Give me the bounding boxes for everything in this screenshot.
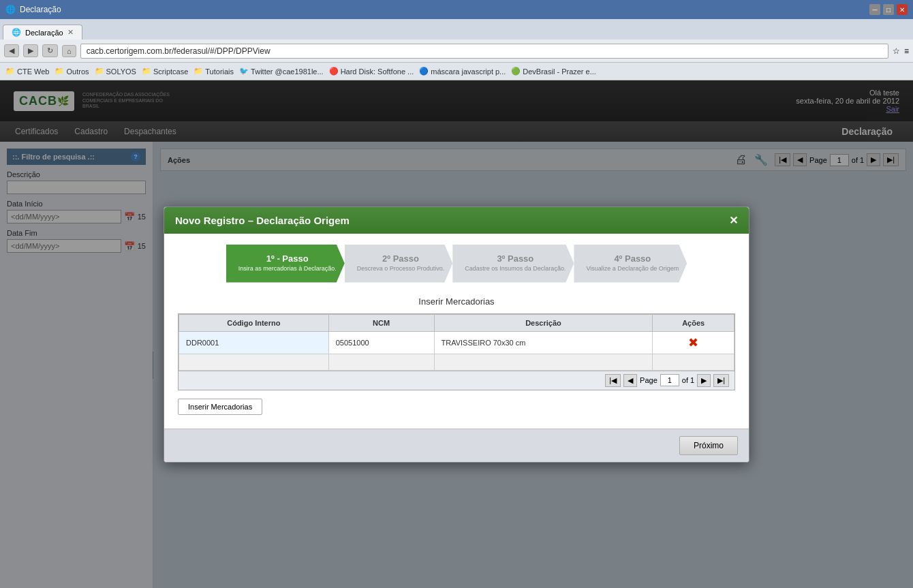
tab-favicon: 🌐	[12, 28, 21, 37]
step-1: 1º - Passo Insira as mercadorias à Decla…	[226, 245, 345, 283]
step-4-number: 4º Passo	[614, 253, 651, 264]
bookmark-outros[interactable]: 📁 Outros	[55, 67, 89, 76]
bookmark-solyos[interactable]: 📁 SOLYOS	[95, 67, 136, 76]
step-3-subtitle: Cadastre os Insumos da Declaração.	[465, 265, 566, 273]
step-1-shape[interactable]: 1º - Passo Insira as mercadorias à Decla…	[226, 245, 345, 283]
minimize-button[interactable]: ─	[869, 4, 880, 15]
bookmark-cte-web[interactable]: 📁 CTE Web	[5, 67, 49, 76]
tab-close-icon[interactable]: ✕	[67, 28, 74, 37]
maximize-button[interactable]: □	[883, 4, 894, 15]
col-codigo: Código Interno	[179, 314, 329, 331]
step-2: 2º Passo Descreva o Processo Produtivo.	[345, 245, 453, 283]
row-ncm: 05051000	[328, 331, 434, 354]
reload-button[interactable]: ↻	[42, 44, 58, 57]
modal-title: Novo Registro – Declaração Origem	[175, 215, 350, 226]
step-3-shape[interactable]: 3º Passo Cadastre os Insumos da Declaraç…	[452, 245, 574, 283]
step-1-number: 1º - Passo	[266, 253, 309, 264]
tbl-last-button[interactable]: ▶|	[713, 374, 729, 387]
step-2-number: 2º Passo	[382, 253, 419, 264]
col-acoes: Ações	[653, 314, 734, 331]
empty-row	[179, 354, 734, 370]
delete-row-button[interactable]: ✖	[660, 335, 727, 350]
insert-mercadorias-button[interactable]: Inserir Mercadorias	[178, 399, 262, 415]
step-2-subtitle: Descreva o Processo Produtivo.	[357, 265, 445, 273]
table-container: Código Interno NCM Descrição Ações DDR00…	[178, 313, 735, 390]
browser-tab-title: Declaração	[20, 5, 61, 14]
tbl-page-label: Page	[640, 376, 657, 384]
tbl-of-label: of 1	[682, 376, 694, 384]
modal-overlay: Novo Registro – Declaração Origem ✕ 1º -…	[0, 80, 913, 588]
bookmarks-bar: 📁 CTE Web 📁 Outros 📁 SOLYOS 📁 Scriptcase…	[0, 63, 913, 80]
browser-favicon: 🌐	[5, 5, 16, 14]
step-4-shape[interactable]: 4º Passo Visualize a Declaração de Orige…	[574, 245, 687, 283]
close-button[interactable]: ✕	[897, 4, 908, 15]
section-title: Inserir Mercadorias	[178, 296, 735, 307]
step-1-subtitle: Insira as mercadorias à Declaração.	[238, 265, 337, 273]
col-ncm: NCM	[328, 314, 434, 331]
step-3: 3º Passo Cadastre os Insumos da Declaraç…	[452, 245, 574, 283]
modal-close-button[interactable]: ✕	[729, 214, 738, 227]
tbl-page-input[interactable]	[660, 374, 679, 386]
table-pagination: |◀ ◀ Page of 1 ▶ ▶|	[179, 371, 734, 390]
step-4-subtitle: Visualize a Declaração de Origem	[586, 265, 679, 273]
table-row: DDR0001 05051000 TRAVISSEIRO 70x30 cm ✖	[179, 331, 734, 354]
next-button[interactable]: Próximo	[679, 436, 738, 455]
modal: Novo Registro – Declaração Origem ✕ 1º -…	[164, 206, 749, 463]
bookmark-mascara[interactable]: 🔵 máscara javascript p...	[419, 67, 506, 76]
step-3-number: 3º Passo	[497, 253, 533, 264]
settings-icon[interactable]: ≡	[904, 46, 909, 56]
back-button[interactable]: ◀	[4, 44, 19, 57]
address-bar[interactable]	[80, 44, 888, 59]
steps-area: 1º - Passo Insira as mercadorias à Decla…	[164, 234, 749, 290]
modal-footer: Próximo	[164, 429, 749, 462]
row-codigo: DDR0001	[179, 331, 329, 354]
step-2-shape[interactable]: 2º Passo Descreva o Processo Produtivo.	[345, 245, 453, 283]
bookmark-tutoriais[interactable]: 📁 Tutoriais	[194, 67, 234, 76]
bookmark-star-icon[interactable]: ☆	[893, 46, 900, 56]
bookmark-twitter[interactable]: 🐦 Twitter @cae1981le...	[239, 67, 324, 76]
bookmark-harddisk[interactable]: 🔴 Hard Disk: Softfone ...	[329, 67, 414, 76]
row-descricao: TRAVISSEIRO 70x30 cm	[434, 331, 653, 354]
modal-body: Inserir Mercadorias Código Interno NCM D…	[164, 290, 749, 429]
home-button[interactable]: ⌂	[62, 45, 76, 57]
bookmark-devbrasil[interactable]: 🟢 DevBrasil - Prazer e...	[511, 67, 596, 76]
mercadorias-table: Código Interno NCM Descrição Ações DDR00…	[179, 314, 734, 371]
bookmark-scriptcase[interactable]: 📁 Scriptcase	[142, 67, 188, 76]
forward-button[interactable]: ▶	[23, 44, 38, 57]
col-descricao: Descrição	[434, 314, 653, 331]
tbl-prev-button[interactable]: ◀	[623, 374, 637, 387]
tbl-next-button[interactable]: ▶	[697, 374, 711, 387]
tbl-first-button[interactable]: |◀	[605, 374, 621, 387]
browser-tab[interactable]: 🌐 Declaração ✕	[3, 25, 82, 40]
step-4: 4º Passo Visualize a Declaração de Orige…	[574, 245, 687, 283]
modal-header: Novo Registro – Declaração Origem ✕	[164, 207, 749, 234]
tab-label: Declaração	[25, 29, 63, 37]
